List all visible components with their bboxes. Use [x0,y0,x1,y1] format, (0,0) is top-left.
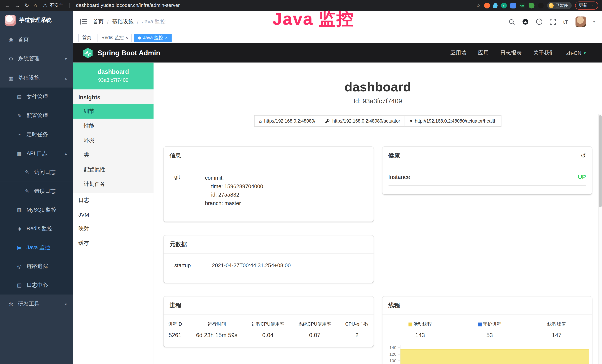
address-bar[interactable]: ⚠ 不安全 dashboard.yudao.iocoder.cn/infra/a… [43,2,180,9]
on-badge-extension-icon[interactable]: on [519,2,525,8]
breadcrumb-home[interactable]: 首页 [93,18,104,25]
sidebar-item-home[interactable]: ◉ 首页 [0,30,73,49]
forward-icon[interactable]: → [15,2,20,8]
app-logo-row[interactable]: 芋道管理系统 [0,11,73,30]
sba-item-jvm[interactable]: JVM [73,208,153,222]
sba-group-label: Insights [73,89,153,104]
drop-extension-icon[interactable] [493,3,497,8]
sidebar-item-infrastructure[interactable]: ▦ 基础设施 ▴ [0,68,73,88]
threads-chart: 140 120 100 [384,345,590,364]
health-card-header: 健康 ↺ [382,147,592,165]
update-button[interactable]: 更新 ⋮ [575,1,598,9]
legend-peak-threads: 线程峰值 147 [548,321,566,338]
metadata-card-title: 元数据 [170,241,187,248]
sidebar-item-error-logs[interactable]: ✎ 错误日志 [0,182,73,200]
url-text[interactable]: dashboard.yudao.iocoder.cn/infra/admin-s… [76,3,180,8]
sba-item-scheduled-tasks[interactable]: 计划任务 [73,177,153,192]
breadcrumb: 首页 / 基础设施 / Java 监控 [93,18,166,25]
user-avatar[interactable] [575,17,586,27]
sba-item-mappings[interactable]: 映射 [73,222,153,236]
sidebar-item-label: API 日志 [27,150,47,157]
bookmark-star-icon[interactable]: ☆ [476,2,480,8]
sidebar-item-config-management[interactable]: ✎ 配置管理 [0,107,73,125]
fox-extension-icon[interactable] [484,2,490,8]
leaf-extension-icon[interactable] [528,2,534,8]
help-icon[interactable]: ? [536,18,542,25]
sba-item-config-props[interactable]: 配置属性 [73,162,153,177]
sidebar-item-tracing[interactable]: ◎ 链路追踪 [0,257,73,276]
tab-label: 首页 [82,34,91,41]
scrollbar-thumb[interactable] [599,115,602,207]
scrollbar[interactable] [598,114,602,364]
sba-item-performance[interactable]: 性能 [73,119,153,133]
sidebar-item-redis-monitor[interactable]: ◈ Redis 监控 [0,219,73,238]
sidebar-item-label: 配置管理 [27,112,48,119]
sba-brand-label: Spring Boot Admin [97,49,160,57]
grid-extension-icon[interactable] [510,2,516,8]
paused-badge[interactable]: 已暂停 [547,2,572,9]
sba-item-classes[interactable]: 类 [73,148,153,162]
error-log-icon: ✎ [24,188,30,194]
sba-brand[interactable]: Spring Boot Admin [82,47,160,59]
active-threads-area [400,349,589,364]
tab-home[interactable]: 首页 [78,33,95,42]
column-header: 系统CPU使用率 [298,321,331,327]
health-card-body: Instance UP [382,165,592,194]
health-url-button[interactable]: ♥ http://192.168.0.2:48080/actuator/heal… [405,115,502,127]
chevron-down-icon[interactable]: ▾ [593,20,595,24]
health-url-label: http://192.168.0.2:48080/actuator/health [415,118,496,124]
font-size-icon[interactable]: tT [563,19,568,25]
sba-nav-wallboard[interactable]: 应用墙 [450,50,466,56]
sba-locale-label: zh-CN [566,50,581,56]
sidebar-item-system-management[interactable]: ⚙ 系统管理 ▾ [0,49,73,68]
home-icon: ⌂ [259,118,262,124]
sba-item-details[interactable]: 细节 [73,104,153,119]
search-icon[interactable] [509,19,515,25]
hamburger-icon[interactable] [80,19,87,24]
threads-card-header: 线程 [382,297,592,315]
sidebar-item-access-logs[interactable]: ✎ 访问日志 [0,163,73,182]
legend-label: 守护进程 [483,321,501,327]
app-logo-avatar [5,15,16,26]
process-col-process-cpu: 进程CPU使用率 0.04 [251,321,284,338]
kebab-menu-icon[interactable]: ⋮ [590,3,594,8]
back-icon[interactable]: ← [5,2,10,8]
topbar: 首页 / 基础设施 / Java 监控 ? tT [73,11,602,33]
breadcrumb-section[interactable]: 基础设施 [112,18,133,25]
sidebar-item-java-monitor[interactable]: ▣ Java 监控 [0,238,73,257]
paw-extension-icon[interactable] [538,2,543,8]
fullscreen-icon[interactable] [550,19,556,25]
column-header: CPU核心数 [345,321,369,327]
sba-item-logs[interactable]: 日志 [73,193,153,208]
sidebar-item-api-logs[interactable]: ▧ API 日志 ▴ [0,144,73,163]
timer-icon: ◔ [16,132,23,137]
tab-redis-monitor[interactable]: Redis 监控 × [97,33,132,42]
sba-instance-header[interactable]: dashboard 93a3fc7f7409 [73,63,153,90]
sidebar-item-scheduled-tasks[interactable]: ◔ 定时任务 [0,125,73,144]
chart-y-axis: 140 120 100 [384,345,400,364]
process-card-body: 进程ID 5261 运行时间 6d 23h 15m 59s 进程CPU使用率 0… [163,315,373,347]
sba-item-environment[interactable]: 环境 [73,133,153,148]
status-badge: UP [578,173,586,180]
sba-nav-about[interactable]: 关于我们 [533,50,555,56]
github-icon[interactable] [522,18,528,25]
sidebar-item-log-center[interactable]: ▨ 日志中心 [0,276,73,294]
tab-java-monitor[interactable]: Java 监控 × [134,33,172,42]
close-icon[interactable]: × [165,36,168,40]
service-url-button[interactable]: ⌂ http://192.168.0.2:48080/ [254,115,320,127]
sba-nav-journal[interactable]: 日志报表 [500,50,522,56]
actuator-url-button[interactable]: http://192.168.0.2:48080/actuator [320,115,405,127]
home-icon[interactable]: ⌂ [34,2,37,8]
sidebar-item-dev-tools[interactable]: ⚒ 研发工具 ▾ [0,294,73,314]
y-extension-icon[interactable]: y [501,2,506,8]
sba-nav-applications[interactable]: 应用 [478,50,489,56]
sidebar-item-mysql-monitor[interactable]: ▥ MySQL 监控 [0,201,73,219]
breadcrumb-separator: / [137,19,139,25]
sidebar-item-file-management[interactable]: ▤ 文件管理 [0,87,73,106]
legend-value: 53 [478,332,501,338]
close-icon[interactable]: × [126,36,128,40]
sba-locale-select[interactable]: zh-CN ▾ [566,50,586,56]
sba-item-caches[interactable]: 缓存 [73,236,153,251]
history-icon[interactable]: ↺ [581,152,586,159]
reload-icon[interactable]: ↻ [25,2,29,8]
